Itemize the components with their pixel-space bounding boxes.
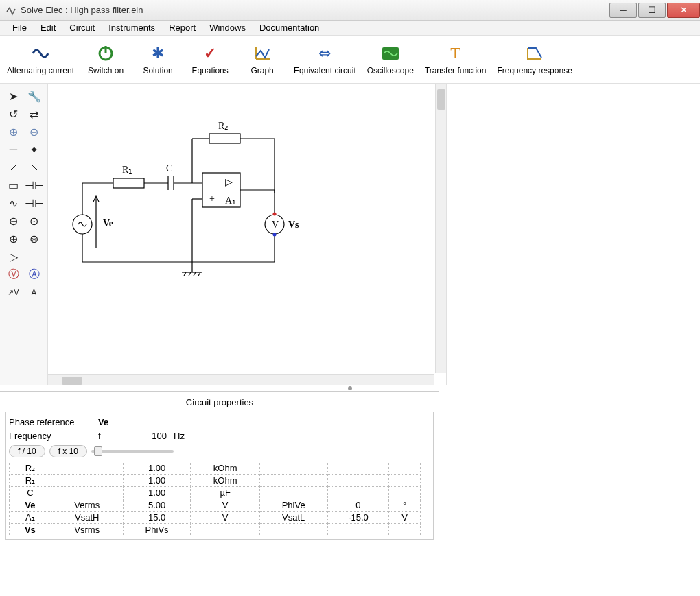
param-cell[interactable] — [327, 462, 389, 475]
svg-rect-13 — [209, 134, 240, 143]
param-cell[interactable]: 5.00 — [123, 499, 191, 512]
close-button[interactable]: ✕ — [667, 3, 700, 18]
menu-report[interactable]: Report — [162, 21, 202, 34]
tool-equivalent[interactable]: ⇔ Equivalent circuit — [294, 44, 356, 75]
param-row[interactable]: R₁1.00kOhm — [10, 475, 421, 487]
param-cell[interactable]: 15.0 — [123, 512, 191, 524]
tool-label: Transfer function — [425, 66, 487, 75]
param-cell[interactable]: PhiVs — [123, 524, 191, 536]
app-icon — [5, 5, 16, 16]
freq-unit: Hz — [174, 431, 215, 441]
rotate-ccw-tool[interactable]: ↺ — [5, 106, 22, 121]
tool-freqresp[interactable]: Frequency response — [497, 44, 572, 75]
inductor-tool[interactable]: ∿ — [5, 195, 22, 211]
tool-switch-on[interactable]: Switch on — [85, 44, 126, 75]
param-cell[interactable]: 1.00 — [123, 462, 191, 475]
transfer-icon: T — [446, 44, 465, 63]
svg-text:−: − — [209, 177, 215, 187]
freqresp-icon — [525, 44, 544, 63]
pointer-tool[interactable]: ➤ — [5, 88, 22, 104]
circuit-canvas[interactable]: − + ▷ V — [48, 84, 434, 373]
tool-solution[interactable]: ✱ Solution — [137, 44, 178, 75]
menu-circuit[interactable]: Circuit — [62, 21, 102, 34]
graph-icon — [253, 44, 272, 63]
canvas-wrap: − + ▷ V — [48, 84, 446, 385]
zoom-in-tool[interactable]: ⊕ — [5, 124, 22, 139]
param-cell — [259, 524, 327, 536]
tool-label: Equations — [191, 66, 228, 75]
probe-a-tool[interactable]: A — [26, 285, 43, 300]
maximize-button[interactable]: ☐ — [638, 3, 666, 18]
capacitor2-tool[interactable]: ⊣⊢ — [26, 195, 43, 211]
rotate-cw-tool[interactable]: ⇄ — [26, 106, 43, 121]
resistor-tool[interactable]: ▭ — [5, 178, 22, 193]
menu-documentation[interactable]: Documentation — [253, 21, 326, 34]
menu-file[interactable]: File — [5, 21, 34, 34]
param-cell — [259, 487, 327, 499]
param-cell[interactable] — [327, 487, 389, 499]
param-row[interactable]: R₂1.00kOhm — [10, 462, 421, 475]
menu-edit[interactable]: Edit — [34, 21, 62, 34]
tool-label: Oscilloscope — [367, 66, 414, 75]
wrench-tool[interactable]: 🔧 — [26, 88, 43, 104]
label-r2: R₂ — [218, 121, 229, 131]
menu-instruments[interactable]: Instruments — [102, 21, 162, 34]
tool-equations[interactable]: ✓ Equations — [189, 44, 231, 75]
menu-windows[interactable]: Windows — [202, 21, 253, 34]
minimize-button[interactable]: ─ — [609, 3, 637, 18]
tool-transfer[interactable]: T Transfer function — [425, 44, 487, 75]
freq-div-button[interactable]: f / 10 — [9, 445, 45, 457]
tool-label: Equivalent circuit — [294, 66, 356, 75]
node-tool[interactable]: ✦ — [26, 142, 43, 157]
voltmeter-tool[interactable]: Ⓥ — [5, 267, 22, 282]
param-cell: VsatH — [51, 512, 123, 524]
tool-graph[interactable]: Graph — [242, 44, 283, 75]
svg-line-33 — [194, 272, 196, 276]
vertical-scrollbar[interactable] — [435, 84, 446, 373]
param-cell[interactable]: -15.0 — [327, 512, 389, 524]
freq-slider[interactable] — [91, 450, 174, 453]
tool-alternating-current[interactable]: Alternating current — [7, 44, 74, 75]
blank-tool — [26, 249, 43, 264]
param-cell: C — [10, 487, 51, 499]
csource-tool[interactable]: ⊛ — [26, 231, 43, 246]
svg-line-34 — [198, 272, 200, 276]
param-cell — [191, 524, 259, 536]
switch-open-tool[interactable]: ⟋ — [5, 160, 22, 175]
probe-v-tool[interactable]: ↗V — [5, 285, 22, 300]
label-ve: Ve — [103, 218, 113, 228]
freq-value[interactable]: 100 — [132, 431, 174, 441]
param-cell[interactable]: 1.00 — [123, 487, 191, 499]
param-cell: ° — [389, 499, 421, 512]
phase-ref-label: Phase reference — [9, 417, 98, 427]
param-row[interactable]: VeVerms5.00VPhiVe0° — [10, 499, 421, 512]
ammeter-tool[interactable]: Ⓐ — [26, 267, 43, 282]
power-icon — [96, 44, 115, 63]
toolbar: Alternating current Switch on ✱ Solution… — [0, 36, 700, 84]
tool-oscilloscope[interactable]: Oscilloscope — [367, 44, 414, 75]
svg-text:▷: ▷ — [225, 177, 233, 187]
splitter-handle[interactable] — [348, 386, 352, 390]
wire-tool[interactable]: ─ — [5, 142, 22, 157]
param-cell[interactable]: 0 — [327, 499, 389, 512]
svg-point-37 — [273, 233, 277, 237]
param-cell: V — [191, 499, 259, 512]
switch-closed-tool[interactable]: ⟍ — [26, 160, 43, 175]
param-cell[interactable] — [327, 524, 389, 536]
param-row[interactable]: A₁VsatH15.0VVsatL-15.0V — [10, 512, 421, 524]
side-panel — [446, 84, 700, 385]
vsource-tool[interactable]: ⊖ — [5, 213, 22, 228]
param-cell[interactable]: 1.00 — [123, 475, 191, 487]
param-cell[interactable] — [327, 475, 389, 487]
horizontal-scrollbar[interactable] — [48, 374, 434, 385]
opamp-tool[interactable]: ▷ — [5, 249, 22, 264]
capacitor-tool[interactable]: ⊣⊢ — [26, 178, 43, 193]
phase-ref-value: Ve — [98, 417, 132, 427]
param-cell: µF — [191, 487, 259, 499]
param-row[interactable]: VsVsrmsPhiVs — [10, 524, 421, 536]
zoom-out-tool[interactable]: ⊖ — [26, 124, 43, 139]
acsource-tool[interactable]: ⊕ — [5, 231, 22, 246]
freq-mul-button[interactable]: f x 10 — [49, 445, 87, 457]
isource-tool[interactable]: ⊙ — [26, 213, 43, 228]
param-row[interactable]: C1.00µF — [10, 487, 421, 499]
